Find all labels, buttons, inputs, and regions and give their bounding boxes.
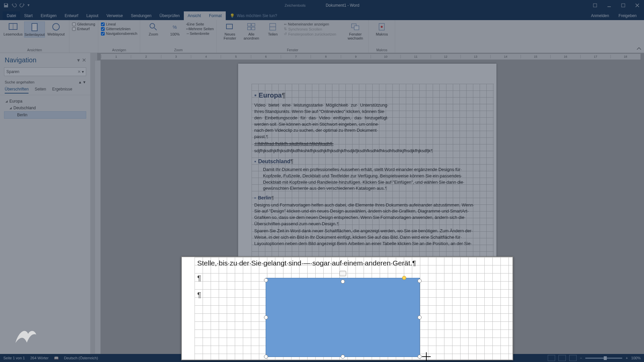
prev-result-icon[interactable]: ▲ <box>78 80 82 84</box>
zoom-100-button[interactable]: %100% <box>164 21 185 37</box>
tree-node-deutschland[interactable]: ◢Deutschland <box>4 105 86 111</box>
heading-europa[interactable]: Europa <box>254 90 483 100</box>
new-window-button[interactable]: Neues Fenster <box>219 21 240 41</box>
nav-tab-pages[interactable]: Seiten <box>35 87 46 94</box>
switch-windows-button[interactable]: Fenster wechseln <box>345 21 366 41</box>
multi-page-option[interactable]: ▫▫Mehrere Seiten <box>186 27 214 31</box>
tab-ueberpruefen[interactable]: Überprüfen <box>156 11 184 20</box>
tree-node-europa[interactable]: ◢Europa <box>4 98 86 105</box>
rotate-handle[interactable] <box>402 276 406 280</box>
redo-icon[interactable] <box>19 3 25 8</box>
paragraph-1[interactable]: Video· bietet· eine· leistungsstarke· Mö… <box>254 102 388 140</box>
vertical-ruler[interactable] <box>95 60 101 354</box>
resize-handle-se[interactable] <box>418 355 422 359</box>
svg-rect-14 <box>252 27 255 30</box>
nav-tab-results[interactable]: Ergebnisse <box>52 87 72 94</box>
close-icon[interactable] <box>631 1 644 10</box>
tab-format[interactable]: Format <box>205 11 226 20</box>
svg-text:%: % <box>173 24 177 30</box>
tab-layout[interactable]: Layout <box>82 11 102 20</box>
svg-rect-18 <box>354 26 359 30</box>
selected-rectangle-shape[interactable] <box>266 278 420 357</box>
web-view-icon[interactable] <box>569 355 577 361</box>
magnified-text-line[interactable]: Stelle,·bis·zu·der·Sie·gelangt·sind·—·so… <box>197 259 416 267</box>
tab-entwurf[interactable]: Entwurf <box>61 11 83 20</box>
tab-datei[interactable]: Datei <box>3 11 20 20</box>
page-width-icon: ↔ <box>186 32 190 36</box>
resize-handle-w[interactable] <box>264 315 268 319</box>
undo-icon[interactable] <box>11 3 17 8</box>
nav-dropdown-icon[interactable]: ▾ <box>77 57 80 63</box>
nav-pane-checkbox[interactable]: Navigationsbereich <box>101 32 138 36</box>
language-label[interactable]: Deutsch (Österreich) <box>64 356 98 360</box>
page-count[interactable]: Seite 1 von 1 <box>3 356 25 360</box>
minimize-icon[interactable] <box>602 1 616 10</box>
strike-text[interactable]: ·Hfdhflhsd·fhdjkfh·sjkdhfjksd·hfjkhfjksd… <box>254 141 333 146</box>
proofing-icon[interactable]: 📖 <box>54 356 59 360</box>
horizontal-ruler[interactable]: 123456789101112131415161718 <box>101 54 641 60</box>
document-title: Dokument1 - Word <box>326 3 359 8</box>
word-count[interactable]: 264 Wörter <box>30 356 48 360</box>
zoom-percent[interactable]: 100% <box>631 356 641 360</box>
tab-verweise[interactable]: Verweise <box>102 11 127 20</box>
resize-handle-ne[interactable] <box>418 279 422 283</box>
page-width-option[interactable]: ↔Seitenbreite <box>186 32 214 36</box>
ribbon-display-icon[interactable] <box>588 1 602 10</box>
resize-handle-n[interactable] <box>341 280 345 284</box>
side-by-side-option[interactable]: ▫▫Nebeneinander anzeigen <box>284 22 344 26</box>
maximize-icon[interactable] <box>616 1 630 10</box>
paragraph-4[interactable]: Designs·und·Formatvorlagen·helfen·auch·d… <box>254 202 483 227</box>
zoom-slider[interactable] <box>585 358 622 359</box>
read-view-icon[interactable] <box>548 355 555 361</box>
web-layout-button[interactable]: Weblayout <box>46 21 66 38</box>
macros-button[interactable]: Makros <box>371 21 392 37</box>
svg-rect-13 <box>248 27 251 30</box>
paragraph-2[interactable]: sdjfhjksdhjkfhjksdhfjkdfhkshkfhjksdhjkfh… <box>254 148 483 154</box>
outline-option[interactable]: Gliederung <box>72 22 95 26</box>
page-content[interactable]: Europa Video· bietet· eine· leistungssta… <box>254 88 483 248</box>
qat-dropdown-icon[interactable]: ▾ <box>28 3 33 8</box>
sign-in-link[interactable]: Anmelden <box>587 11 613 20</box>
resize-handle-e[interactable] <box>418 315 422 319</box>
one-page-option[interactable]: ▫Eine Seite <box>186 22 214 26</box>
split-icon <box>268 22 277 32</box>
tree-node-berlin[interactable]: Berlin <box>4 111 86 119</box>
zoom-in-icon[interactable]: + <box>626 356 628 360</box>
split-button[interactable]: Teilen <box>262 21 283 41</box>
nav-search-value: Sparen <box>6 69 19 74</box>
next-result-icon[interactable]: ▼ <box>83 80 86 84</box>
nav-tab-headings[interactable]: Überschriften <box>5 87 29 94</box>
heading-berlin[interactable]: Berlin <box>254 194 483 201</box>
print-layout-button[interactable]: Seitenlayout <box>24 21 45 38</box>
collapse-ribbon-icon[interactable] <box>636 46 642 52</box>
search-dropdown-icon[interactable]: ▾ <box>82 69 84 74</box>
zoom-out-icon[interactable]: − <box>580 356 582 360</box>
svg-rect-0 <box>593 4 597 7</box>
print-view-icon[interactable] <box>558 355 566 361</box>
resize-handle-sw[interactable] <box>264 355 268 359</box>
gridlines-checkbox[interactable]: Gitternetzlinien <box>101 27 138 31</box>
heading-deutschland[interactable]: Deutschland <box>254 158 483 165</box>
nav-close-icon[interactable]: ✕ <box>82 57 86 63</box>
paragraph-3[interactable]: Damit·Ihr·Dokument·ein·professionelles·A… <box>254 167 483 192</box>
resize-handle-s[interactable] <box>341 355 345 359</box>
tab-start[interactable]: Start <box>20 11 37 20</box>
ruler-checkbox[interactable]: Lineal <box>101 22 138 26</box>
draft-option[interactable]: Entwurf <box>72 27 95 31</box>
layout-options-icon[interactable] <box>339 271 346 276</box>
arrange-all-button[interactable]: Alle anordnen <box>241 21 262 41</box>
clear-search-icon[interactable]: ✕ <box>77 69 81 74</box>
tab-einfuegen[interactable]: Einfügen <box>37 11 60 20</box>
save-icon[interactable] <box>3 3 9 8</box>
zoom-button[interactable]: Zoom <box>143 21 164 37</box>
share-button[interactable]: Freigeben <box>614 11 641 20</box>
nav-search-box[interactable]: Sparen ✕ ▾ <box>4 67 86 76</box>
title-bar: ▾ Zeichentools Dokument1 - Word <box>0 0 644 11</box>
tab-ansicht[interactable]: Ansicht <box>184 11 205 20</box>
paragraph-5[interactable]: Sparen·Sie·Zeit·in·Word·dank·neuer·Schal… <box>254 228 483 247</box>
read-mode-button[interactable]: Lesemodus <box>3 21 23 38</box>
svg-rect-11 <box>248 23 251 26</box>
tell-me-search[interactable]: 💡Was möchten Sie tun? <box>226 11 281 20</box>
resize-handle-nw[interactable] <box>264 278 268 282</box>
tab-sendungen[interactable]: Sendungen <box>127 11 155 20</box>
